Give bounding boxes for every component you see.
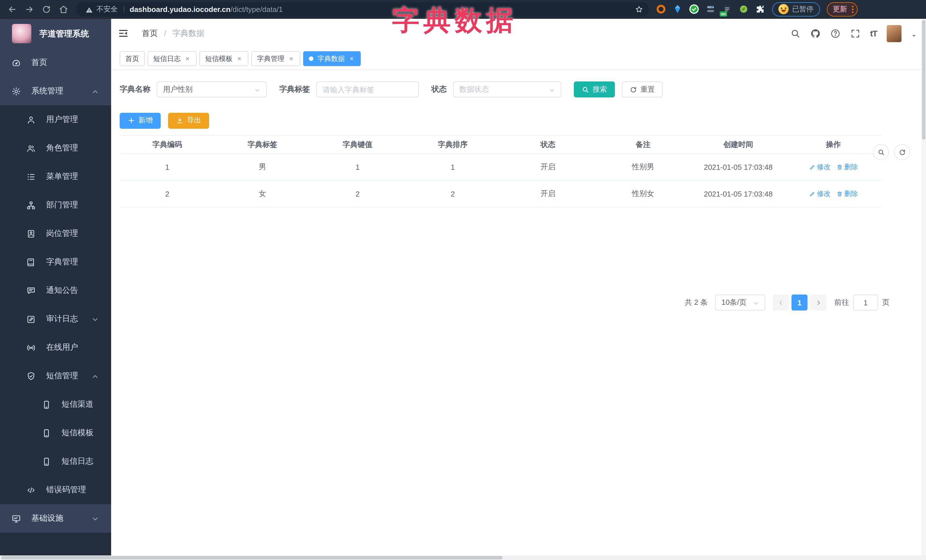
dict-label-input[interactable] [322,85,413,94]
close-icon[interactable]: × [236,55,243,63]
screen: 不安全 dashboard.yudao.iocoder.cn /dict/typ… [0,0,926,560]
app-logo-row[interactable]: 芋道管理系统 [0,19,111,48]
browser-home-icon[interactable] [59,4,68,14]
dict-data-table: 字典编码字典标签字典键值字典排序状态备注创建时间操作 1男11开启性别男2021… [120,135,881,207]
sidebar-item-error-code-management[interactable]: 错误码管理 [0,476,111,504]
ext-puzzle-icon[interactable] [755,4,765,14]
tab-dict-data[interactable]: 字典数据× [303,51,361,66]
tab-sms-log[interactable]: 短信日志× [148,51,197,66]
horizontal-scrollbar[interactable] [0,555,926,560]
close-icon[interactable]: × [348,55,355,63]
table-cell-operations: 修改删除 [786,180,881,207]
security-label[interactable]: 不安全 [96,4,118,14]
browser-reload-icon[interactable] [42,4,51,14]
reset-button[interactable]: 重置 [622,82,663,97]
table-cell: 2021-01-05 17:03:48 [691,180,786,207]
chevron-up-icon [92,88,98,95]
address-bar[interactable]: 不安全 dashboard.yudao.iocoder.cn /dict/typ… [76,2,649,16]
dict-name-select[interactable]: 用户性别 [157,82,267,97]
phone-icon [42,400,51,409]
help-icon[interactable] [830,28,841,38]
sidebar-item-sms-template[interactable]: 短信模板 [0,419,111,447]
show-search-icon[interactable] [873,144,889,160]
refresh-icon [630,86,637,93]
fullscreen-icon[interactable] [850,28,861,38]
tab-dict-management[interactable]: 字典管理× [251,51,300,66]
close-icon[interactable]: × [288,55,295,63]
tab-home[interactable]: 首页 [120,51,145,66]
browser-forward-icon[interactable] [24,4,34,14]
delete-link[interactable]: 删除 [836,189,858,199]
export-button[interactable]: 导出 [168,113,209,128]
main-header: 首页 / 字典数据 tT [111,19,926,48]
sidebar-item-sms-channel[interactable]: 短信渠道 [0,390,111,419]
sidebar-item-sms-log[interactable]: 短信日志 [0,447,111,476]
add-button[interactable]: 新增 [120,113,161,128]
tab-sms-template[interactable]: 短信模板× [200,51,248,66]
refresh-table-icon[interactable] [894,144,910,160]
breadcrumb-current: 字典数据 [172,28,204,37]
status-select[interactable]: 数据状态 [453,82,561,97]
sidebar-item-user-management[interactable]: 用户管理 [0,106,111,134]
sidebar-item-menu-management[interactable]: 菜单管理 [0,162,111,191]
delete-link[interactable]: 删除 [836,162,858,172]
table-cell: 2 [310,180,405,207]
ext-toggle-icon[interactable] [705,4,716,14]
update-label: 更新 [833,4,847,14]
browser-back-icon[interactable] [8,4,17,14]
browser-menu-icon[interactable] [852,5,853,13]
search-button[interactable]: 搜索 [574,82,615,97]
next-page-button[interactable] [810,294,826,311]
close-icon[interactable]: × [184,55,191,63]
sidebar-item-system-management[interactable]: 系统管理 [0,77,111,106]
announcement-icon [26,286,36,295]
breadcrumb-home[interactable]: 首页 [142,28,158,37]
table-cell: 女 [215,180,310,207]
sidebar-item-role-management[interactable]: 角色管理 [0,134,111,162]
github-icon[interactable] [810,28,820,38]
table-header-cell: 状态 [500,135,596,154]
table-cell: 开启 [500,180,596,207]
chevron-up-icon [92,373,98,379]
sidebar-item-infrastructure[interactable]: 基础设施 [0,504,111,533]
current-page-button[interactable]: 1 [791,294,808,311]
sidebar-item-sms-management[interactable]: 短信管理 [0,362,111,390]
dict-name-label: 字典名称 [120,84,150,95]
ext-blue-gem-icon[interactable] [672,4,683,14]
font-size-icon[interactable]: tT [870,29,877,38]
bookmark-star-icon[interactable] [635,5,643,14]
ext-green-leaf-icon[interactable] [738,4,749,14]
avatar[interactable] [887,25,902,42]
ext-dark-on-icon[interactable]: on [722,4,732,14]
table-body: 1男11开启性别男2021-01-05 17:03:48修改删除2女22开启性别… [120,154,881,207]
chevron-down-icon[interactable] [911,30,917,36]
edit-link[interactable]: 修改 [809,189,831,199]
sidebar-item-notice-announcement[interactable]: 通知公告 [0,276,111,305]
dictionary-icon [26,257,36,267]
app-logo [12,24,31,43]
sidebar-item-online-users[interactable]: 在线用户 [0,333,111,362]
app-shell: 芋道管理系统 首页系统管理用户管理角色管理菜单管理部门管理岗位管理字典管理通知公… [0,19,926,560]
goto-page-input[interactable] [853,294,878,311]
sidebar-item-department-management[interactable]: 部门管理 [0,191,111,219]
table-cell-operations: 修改删除 [786,154,881,180]
sidebar-item-post-management[interactable]: 岗位管理 [0,219,111,248]
extension-on-badge: on [720,11,727,17]
sidebar-item-dict-management[interactable]: 字典管理 [0,248,111,276]
menu-list-icon [26,172,36,181]
ext-green-check-icon[interactable] [689,4,699,14]
browser-paused-pill[interactable]: 已暂停 [772,2,820,16]
edit-link[interactable]: 修改 [809,162,831,172]
url-domain: dashboard.yudao.iocoder.cn [130,5,230,14]
vertical-scrollbar[interactable] [921,19,926,560]
sidebar-item-audit-log[interactable]: 审计日志 [0,305,111,333]
phone-icon [42,457,51,466]
search-icon[interactable] [790,28,800,38]
browser-update-button[interactable]: 更新 [826,2,857,16]
prev-page-button[interactable] [773,294,789,311]
page-size-select[interactable]: 10条/页 [715,294,765,311]
trash-icon [836,190,843,197]
ext-orange-ring-icon[interactable] [656,4,666,14]
sidebar-item-home[interactable]: 首页 [0,48,111,77]
collapse-sidebar-icon[interactable] [118,28,129,39]
